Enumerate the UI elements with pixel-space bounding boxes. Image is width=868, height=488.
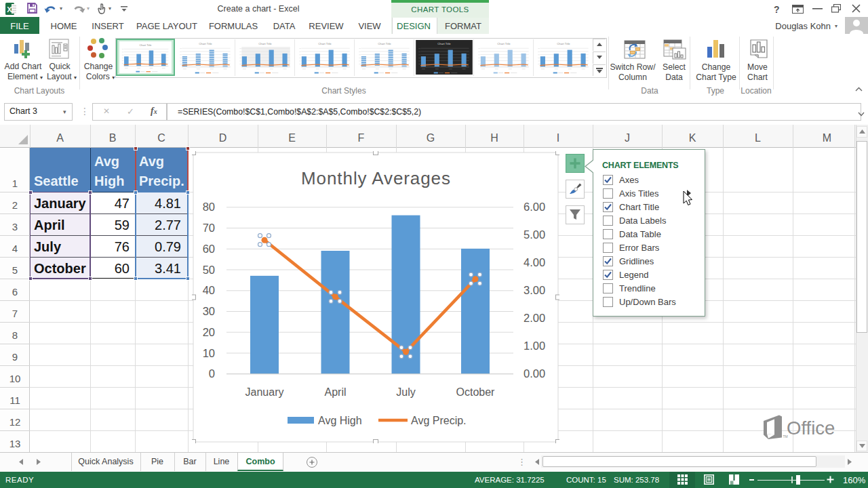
svg-text:TM: TM bbox=[783, 434, 788, 439]
svg-text:80: 80 bbox=[203, 201, 215, 213]
svg-text:April: April bbox=[324, 386, 346, 398]
svg-text:Chart Title: Chart Title bbox=[378, 42, 391, 45]
svg-text:50: 50 bbox=[203, 264, 215, 276]
svg-text:0.00: 0.00 bbox=[524, 367, 545, 380]
svg-text:Chart Title: Chart Title bbox=[497, 42, 511, 45]
svg-text:Chart Title: Chart Title bbox=[557, 42, 570, 45]
svg-text:Chart Title: Chart Title bbox=[437, 42, 451, 45]
svg-text:5.00: 5.00 bbox=[524, 228, 545, 241]
svg-text:2.00: 2.00 bbox=[524, 312, 545, 324]
svg-text:4.00: 4.00 bbox=[524, 256, 545, 268]
svg-text:October: October bbox=[456, 386, 496, 398]
svg-text:Monthly Averages: Monthly Averages bbox=[301, 168, 450, 188]
svg-text:6.00: 6.00 bbox=[524, 201, 545, 213]
svg-text:X: X bbox=[7, 5, 12, 14]
svg-text:Chart Title: Chart Title bbox=[199, 42, 212, 45]
svg-text:Chart Title: Chart Title bbox=[140, 43, 153, 47]
svg-text:0: 0 bbox=[209, 367, 215, 380]
svg-text:1.00: 1.00 bbox=[524, 340, 545, 352]
svg-text:Avg Precip.: Avg Precip. bbox=[411, 415, 467, 426]
svg-text:3.00: 3.00 bbox=[524, 284, 545, 296]
svg-text:60: 60 bbox=[203, 243, 215, 255]
svg-text:Chart Title: Chart Title bbox=[258, 42, 272, 45]
svg-text:20: 20 bbox=[203, 326, 215, 338]
svg-text:30: 30 bbox=[203, 305, 215, 317]
svg-text:Avg High: Avg High bbox=[318, 415, 362, 426]
svg-text:July: July bbox=[396, 386, 415, 398]
svg-text:January: January bbox=[245, 386, 284, 398]
svg-text:Office: Office bbox=[787, 418, 835, 439]
svg-text:70: 70 bbox=[203, 222, 215, 234]
svg-text:40: 40 bbox=[203, 284, 215, 296]
svg-text:10: 10 bbox=[203, 347, 215, 359]
svg-text:Chart Title: Chart Title bbox=[318, 42, 332, 45]
